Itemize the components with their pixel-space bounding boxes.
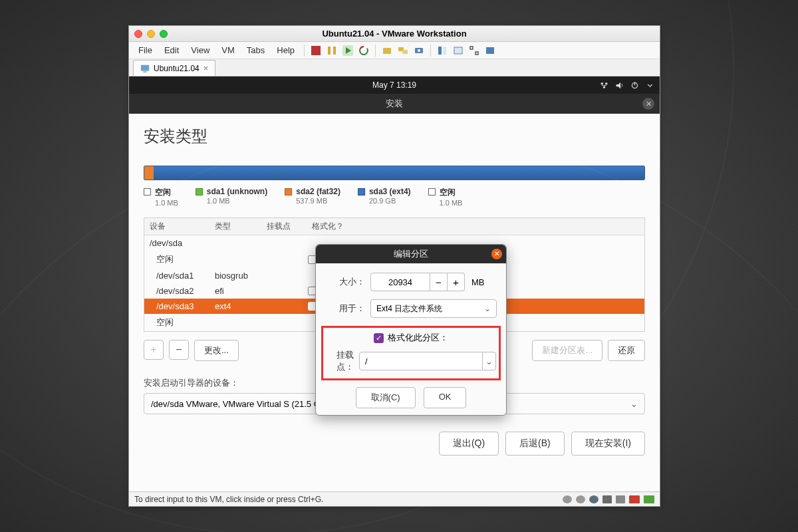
menubar: File Edit View VM Tabs Help [129,42,660,59]
remove-partition-button[interactable]: − [169,340,189,360]
add-partition-button[interactable]: + [144,340,164,360]
col-type: 类型 [215,221,255,232]
size-spinner: − + [370,273,465,291]
fullscreen-icon[interactable] [468,45,480,57]
cancel-button[interactable]: 取消(C) [356,387,416,408]
tabs-row: Ubuntu21.04 × [129,59,660,76]
menu-help[interactable]: Help [271,43,300,57]
hdd-icon[interactable] [563,495,572,503]
svg-rect-20 [603,86,605,88]
titlebar: Ubuntu21.04 - VMware Workstation [129,26,660,42]
power-off-icon[interactable] [310,45,322,57]
gnome-system-menu[interactable] [600,81,654,90]
dialog-body: 大小： − + MB 用于： Ext4 日志文件系统 ⌄ ✓ 格式化此分区： 挂… [316,263,506,415]
volume-icon [615,81,624,90]
snapshot-icon[interactable] [381,45,393,57]
legend-sda1: sda1 (unknown)1.0 MB [196,187,267,207]
menu-tabs[interactable]: Tabs [241,43,270,57]
usb-icon[interactable] [616,495,625,503]
gnome-clock[interactable]: May 7 13:19 [372,80,416,90]
install-button[interactable]: 现在安装(I) [571,432,645,456]
col-device: 设备 [150,221,203,232]
svg-marker-21 [616,82,621,88]
back-button[interactable]: 后退(B) [505,432,565,456]
partition-header: 设备 类型 挂载点 格式化？ [144,218,644,235]
page-heading: 安装类型 [144,126,645,147]
menu-view[interactable]: View [186,43,215,57]
menu-vm[interactable]: VM [216,43,240,57]
svg-rect-11 [443,47,446,55]
svg-rect-18 [601,82,603,84]
revert-button[interactable]: 还原 [608,340,645,361]
host-statusbar: To direct input to this VM, click inside… [129,491,660,506]
pause-icon[interactable] [326,45,338,57]
mount-row: 挂载点： ⌄ [326,349,496,373]
unity-icon[interactable] [436,45,448,57]
svg-rect-13 [470,47,473,49]
installer-close-button[interactable]: ✕ [642,98,654,110]
console-icon[interactable] [452,45,464,57]
dialog-buttons: 取消(C) OK [325,387,497,408]
highlight-annotation: ✓ 格式化此分区： 挂载点： ⌄ [321,326,501,380]
size-row: 大小： − + MB [325,273,497,291]
chevron-down-icon [646,81,654,90]
printer-icon[interactable] [602,495,612,503]
message-icon[interactable] [644,495,654,503]
size-decrement-button[interactable]: − [430,273,448,291]
screenshot-icon[interactable] [413,45,425,57]
usedfor-label: 用于： [325,303,365,315]
legend-sda2: sda2 (fat32)537.9 MB [285,187,340,207]
dialog-close-button[interactable]: ✕ [491,249,502,259]
svg-rect-17 [143,71,146,72]
usedfor-select[interactable]: Ext4 日志文件系统 ⌄ [370,299,497,318]
legend: 空闲1.0 MB sda1 (unknown)1.0 MB sda2 (fat3… [144,187,645,207]
new-table-button[interactable]: 新建分区表... [532,340,602,361]
svg-rect-19 [605,82,607,84]
legend-free-2: 空闲1.0 MB [428,187,463,207]
dialog-title: 编辑分区 [394,248,428,260]
svg-rect-16 [141,65,149,70]
ok-button[interactable]: OK [424,387,467,408]
mount-point-input[interactable] [359,352,483,370]
cd-icon[interactable] [576,495,585,503]
quick-switch-icon[interactable] [484,45,496,57]
size-input[interactable] [370,273,430,291]
snapshot-manager-icon[interactable] [397,45,409,57]
mount-label: 挂载点： [326,349,354,373]
network-status-icon[interactable] [589,495,598,503]
nav-buttons: 退出(Q) 后退(B) 现在安装(I) [439,432,645,456]
vm-tab-label: Ubuntu21.04 [154,64,200,73]
bootloader-value: /dev/sda VMware, VMware Virtual S (21.5 … [151,399,329,409]
svg-rect-7 [402,50,408,54]
window-title: Ubuntu21.04 - VMware Workstation [129,29,660,39]
sound-icon[interactable] [629,495,640,503]
installer-titlebar: 安装 ✕ [129,94,660,114]
col-mount: 挂载点 [267,221,300,232]
size-increment-button[interactable]: + [448,273,465,291]
restart-icon[interactable] [358,45,370,57]
svg-rect-1 [328,47,331,55]
change-partition-button[interactable]: 更改... [194,340,239,361]
edit-partition-dialog: 编辑分区 ✕ 大小： − + MB 用于： Ext4 日志文件系统 ⌄ ✓ 格式… [315,244,507,416]
size-label: 大小： [325,276,365,288]
usedfor-row: 用于： Ext4 日志文件系统 ⌄ [325,299,497,318]
legend-swatch [196,188,203,196]
installer-title: 安装 [386,98,403,110]
quit-button[interactable]: 退出(Q) [439,432,499,456]
disk-usage-bar [144,166,645,180]
vm-tab-close[interactable]: × [203,63,209,73]
svg-rect-0 [311,46,321,55]
legend-swatch [285,188,292,196]
size-unit: MB [471,277,485,287]
vm-tab[interactable]: Ubuntu21.04 × [133,60,215,76]
menu-separator [375,45,376,57]
play-icon[interactable] [342,45,354,57]
col-format: 格式化？ [312,221,345,232]
format-checkbox[interactable]: ✓ [374,333,384,343]
mount-point-dropdown-button[interactable]: ⌄ [483,352,496,370]
status-text: To direct input to this VM, click inside… [134,495,323,504]
menu-edit[interactable]: Edit [159,43,184,57]
menu-file[interactable]: File [133,43,158,57]
format-label: 格式化此分区： [388,332,448,344]
svg-rect-10 [438,47,442,55]
